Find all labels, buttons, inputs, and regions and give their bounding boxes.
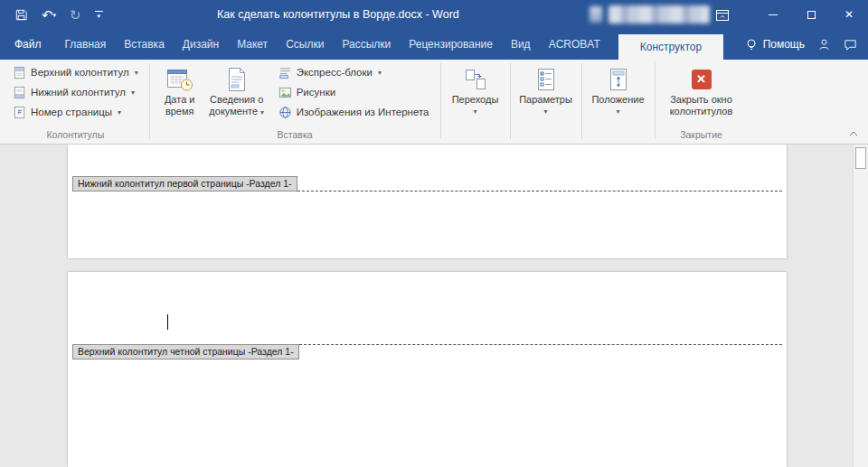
dropdown-arrow-icon: ▾ (53, 12, 57, 18)
ribbon-group-options: Параметры ▾ (513, 60, 580, 144)
button-label: Закрыть окно колонтитулов (670, 94, 733, 117)
tab-acrobat[interactable]: ACROBAT (540, 29, 609, 60)
tab-header-footer-design[interactable]: Конструктор (618, 34, 723, 60)
footer-icon (13, 86, 26, 99)
datetime-button[interactable]: Дата и время (156, 62, 203, 124)
window-title: Как сделать колонтитулы в Ворде.docx - W… (217, 0, 459, 29)
quick-parts-dropdown-button[interactable]: Экспресс-блоки ▾ (273, 62, 435, 82)
ribbon-group-position: Положение ▾ (584, 60, 653, 144)
minimize-button[interactable] (754, 0, 792, 29)
vertical-scrollbar[interactable] (853, 145, 868, 467)
dashed-boundary-line (299, 344, 782, 345)
position-dropdown-button[interactable]: Положение ▾ (589, 62, 648, 124)
close-button[interactable]: ✕ (830, 0, 868, 29)
button-label: Экспресс-блоки (297, 67, 373, 78)
dropdown-arrow-icon: ▾ (473, 106, 476, 117)
ribbon-display-options-button[interactable] (714, 7, 731, 23)
tab-mailings[interactable]: Рассылки (333, 29, 400, 60)
docinfo-dropdown-button[interactable]: Сведения о документе▾ (205, 62, 269, 124)
button-label: Верхний колонтитул (31, 67, 129, 78)
titlebar: ↶ ▾ ↻ ▾ Как сделать колонтитулы в Ворде.… (0, 0, 868, 29)
undo-icon: ↶ (42, 8, 53, 22)
maximize-button[interactable] (792, 0, 830, 29)
window-controls: ✕ (754, 0, 868, 29)
tabrow-right-cluster: Помощь (745, 29, 868, 60)
group-label-navigation (443, 128, 508, 144)
save-button[interactable] (14, 8, 28, 22)
ribbon: Верхний колонтитул ▾ Нижний колонтитул ▾ (0, 60, 868, 145)
user-icon[interactable] (817, 38, 831, 51)
tab-design[interactable]: Дизайн (174, 29, 228, 60)
redo-icon: ↻ (70, 8, 81, 22)
bar-icon (95, 11, 103, 12)
svg-text:#: # (17, 107, 22, 117)
tab-review[interactable]: Рецензирование (400, 29, 502, 60)
navigation-dropdown-button[interactable]: Переходы ▾ (448, 62, 504, 124)
button-label: Рисунки (297, 87, 335, 98)
tab-file[interactable]: Файл (0, 29, 56, 60)
scrollbar-thumb[interactable] (855, 147, 866, 169)
dropdown-arrow-icon: ▾ (378, 69, 382, 77)
page-1[interactable]: Нижний колонтитул первой страницы -Разде… (68, 145, 787, 258)
quick-access-toolbar: ↶ ▾ ↻ ▾ (0, 8, 103, 22)
button-label: Изображения из Интернета (297, 107, 429, 117)
group-label-close: Закрытие (657, 128, 746, 144)
group-separator (655, 63, 656, 139)
button-label: Положение (591, 94, 644, 105)
dropdown-arrow-icon: ▾ (131, 89, 135, 97)
ribbon-display-options-icon (715, 8, 730, 23)
close-icon: ✕ (844, 8, 854, 21)
pictures-button[interactable]: Рисунки (273, 82, 435, 102)
tab-references[interactable]: Ссылки (277, 29, 333, 60)
ribbon-group-navigation: Переходы ▾ (443, 60, 508, 144)
group-label-insert: Вставка (152, 128, 439, 144)
online-pictures-button[interactable]: Изображения из Интернета (273, 102, 435, 122)
page-number-dropdown-button[interactable]: # Номер страницы ▾ (7, 102, 144, 122)
online-pictures-icon (278, 106, 292, 119)
text-cursor (167, 314, 168, 330)
group-separator (440, 63, 441, 139)
quick-parts-icon (278, 66, 292, 79)
options-dropdown-button[interactable]: Параметры ▾ (517, 62, 575, 124)
group-label-position (584, 128, 653, 144)
header-dropdown-button[interactable]: Верхний колонтитул ▾ (7, 62, 144, 82)
dropdown-arrow-icon: ▾ (97, 13, 100, 19)
word-window: ↶ ▾ ↻ ▾ Как сделать колонтитулы в Ворде.… (0, 0, 868, 467)
ribbon-tab-bar: Файл Главная Вставка Дизайн Макет Ссылки… (0, 29, 868, 60)
tab-insert[interactable]: Вставка (115, 29, 174, 60)
options-icon (535, 64, 557, 94)
group-separator (581, 63, 582, 139)
qat-customize-button[interactable]: ▾ (95, 11, 103, 19)
dropdown-arrow-icon: ▾ (135, 69, 138, 77)
tab-layout[interactable]: Макет (228, 29, 277, 60)
undo-button[interactable]: ↶ ▾ (42, 8, 56, 22)
header-boundary: Верхний колонтитул четной страницы -Разд… (72, 344, 782, 360)
header-icon (13, 66, 26, 79)
redo-button[interactable]: ↻ (70, 8, 81, 22)
button-label: Номер страницы (31, 107, 112, 117)
button-label: Переходы (452, 94, 499, 105)
position-icon (608, 64, 629, 94)
comments-icon[interactable] (844, 38, 857, 51)
redacted-blur (609, 5, 710, 23)
maximize-icon (807, 11, 816, 19)
navigation-icon (464, 64, 487, 94)
group-separator (149, 63, 150, 139)
page-2[interactable]: Верхний колонтитул четной страницы -Разд… (68, 272, 787, 467)
tab-view[interactable]: Вид (502, 29, 540, 60)
ribbon-group-insert: Дата и время Сведения о документе▾ (152, 60, 439, 144)
group-separator (510, 63, 511, 139)
help-button[interactable]: Помощь (745, 38, 805, 51)
close-header-footer-button[interactable]: ✕ Закрыть окно колонтитулов (662, 62, 741, 124)
footer-dropdown-button[interactable]: Нижний колонтитул ▾ (7, 82, 144, 102)
minimize-icon (769, 14, 778, 15)
button-label: Дата и время (165, 94, 195, 117)
collapse-ribbon-button[interactable] (844, 126, 863, 141)
save-icon (14, 8, 28, 22)
lightbulb-icon (745, 38, 758, 51)
dropdown-arrow-icon: ▾ (118, 108, 121, 117)
button-label: Нижний колонтитул (31, 87, 126, 98)
document-canvas: Нижний колонтитул первой страницы -Разде… (0, 145, 868, 467)
document-info-icon (226, 64, 248, 94)
tab-home[interactable]: Главная (56, 29, 116, 60)
